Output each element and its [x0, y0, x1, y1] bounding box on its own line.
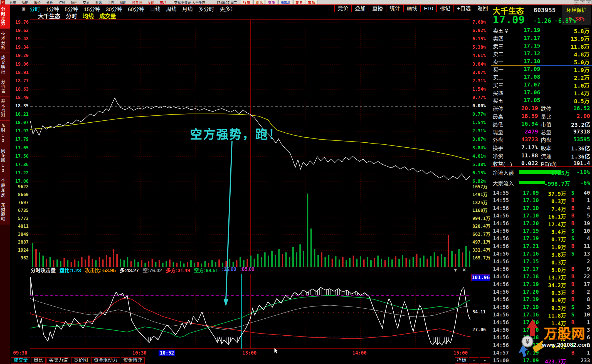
- period-tab[interactable]: 60分钟: [128, 5, 144, 13]
- menu-item[interactable]: 系统: [7, 0, 19, 4]
- menu-item[interactable]: 报价: [31, 0, 43, 4]
- toolbar-button[interactable]: 叠加: [351, 5, 369, 12]
- toolbar-button[interactable]: +自选: [453, 5, 474, 12]
- trade-row[interactable]: 14:5617.175.0万B9: [491, 265, 592, 273]
- price-axis-label: 19.20: [10, 53, 29, 58]
- trade-row[interactable]: 14:5617.1611.8万S10: [491, 311, 592, 318]
- order-book-row[interactable]: 买二17.082.2万: [491, 73, 592, 81]
- period-tab[interactable]: 分时: [29, 5, 40, 13]
- sidebar-tab[interactable]: 技术分析: [0, 29, 10, 53]
- toolbar-button[interactable]: 标记: [436, 5, 453, 12]
- order-book-row[interactable]: 买四17.061.4万: [491, 88, 592, 96]
- menu-item[interactable]: 股票池: [129, 0, 145, 4]
- quick-button[interactable]: 数 据: [266, 0, 277, 4]
- menu-item[interactable]: 功能: [19, 0, 31, 4]
- menu-item[interactable]: 分析: [43, 0, 56, 4]
- maximize-button[interactable]: □: [580, 0, 585, 4]
- menu-item[interactable]: 市场: [157, 0, 169, 4]
- panel-button[interactable]: 指标: [455, 357, 468, 364]
- trade-row[interactable]: 14:5617.163.8万S13: [491, 250, 592, 257]
- period-tab[interactable]: 1分钟: [46, 5, 59, 13]
- close-icon[interactable]: ×: [462, 266, 466, 274]
- quick-button[interactable]: 股票池: [278, 0, 292, 4]
- bottom-tab[interactable]: 成交量: [11, 357, 30, 364]
- panel-button[interactable]: +: [469, 357, 479, 364]
- bottom-tab[interactable]: 资金博弈: [121, 357, 145, 364]
- price-chart-frame[interactable]: [30, 19, 470, 184]
- sidebar-tab[interactable]: 分时走势: [0, 4, 10, 29]
- quick-button[interactable]: 市 场: [306, 0, 317, 4]
- panel-button[interactable]: -: [480, 357, 490, 364]
- sidebar-tab[interactable]: 同花顺10: [0, 146, 10, 176]
- sidebar-tab[interactable]: 东财股吧: [0, 200, 10, 224]
- order-book-row[interactable]: 买五17.058.5万: [491, 96, 592, 104]
- indicator-chart-frame[interactable]: [30, 274, 470, 349]
- trade-row[interactable]: 14:5617.107.4万B4: [491, 204, 592, 212]
- chevron-down-icon[interactable]: ▼: [453, 267, 458, 273]
- bottom-tab[interactable]: 买卖力道: [46, 357, 70, 364]
- order-book-row[interactable]: 卖三17.1511.8万: [491, 42, 592, 49]
- menu-item[interactable]: 特色: [68, 0, 80, 4]
- trade-row[interactable]: 14:5617.190.7万S4: [491, 234, 592, 242]
- toolbar-button[interactable]: 画线: [403, 5, 420, 12]
- bottom-tab[interactable]: 量比: [31, 357, 46, 364]
- toolbar-button[interactable]: F10: [420, 5, 436, 12]
- trade-row[interactable]: 14:5617.198.9万B8: [491, 295, 592, 303]
- trade-row[interactable]: 14:5617.200.3万B2: [491, 288, 592, 295]
- toolbar-button[interactable]: 统计: [386, 5, 403, 12]
- quick-button[interactable]: 资 讯: [253, 0, 265, 4]
- trade-row[interactable]: 14:5617.150.3万2: [491, 257, 592, 265]
- period-tab[interactable]: 30分钟: [106, 5, 122, 13]
- menu-item[interactable]: 交易: [80, 0, 92, 4]
- trade-row[interactable]: 14:5617.193.4万S10: [491, 227, 592, 234]
- volume-chart-frame[interactable]: [30, 184, 470, 266]
- order-book-row[interactable]: 卖一17.105.0万: [491, 57, 592, 65]
- trade-row[interactable]: 14:5617.1016.1万B5: [491, 212, 592, 219]
- menu-item[interactable]: 发现: [145, 0, 157, 4]
- period-tab[interactable]: 月线: [182, 5, 193, 13]
- period-tab[interactable]: 多分时: [198, 5, 214, 13]
- trade-row[interactable]: 14:5617.211.9万B11: [491, 242, 592, 250]
- chart-title-vol[interactable]: 成交量: [99, 12, 116, 20]
- order-book-row[interactable]: 卖四17.1713.9万: [491, 34, 592, 42]
- menu-item[interactable]: 帮助: [117, 0, 129, 4]
- sidebar-tab[interactable]: 基本资料: [0, 96, 10, 121]
- layout-icon[interactable]: ▣: [22, 6, 26, 11]
- trade-volume: 0.3万: [551, 197, 566, 205]
- trade-row[interactable]: 14:5617.1934.2万B17: [491, 280, 592, 288]
- chart-title-ma[interactable]: 均线: [83, 12, 94, 20]
- toolbar-button[interactable]: 重播: [369, 5, 386, 12]
- menu-item[interactable]: 扩展: [56, 0, 68, 4]
- toolbar-button[interactable]: 竞价: [334, 5, 351, 12]
- order-book-row[interactable]: 卖二17.124.8万: [491, 49, 592, 57]
- sidebar-tab[interactable]: 成交明细: [0, 53, 10, 77]
- trade-row[interactable]: 14:5517.0937.9万S40: [491, 189, 592, 196]
- quick-button[interactable]: 交 易: [293, 0, 305, 4]
- menu-item[interactable]: 资讯: [92, 0, 105, 4]
- period-tab[interactable]: 周线: [166, 5, 177, 13]
- period-tab[interactable]: 15分钟: [84, 5, 100, 13]
- trade-volume: 37.9万: [548, 190, 566, 197]
- order-book-row[interactable]: 买三17.071.0万: [491, 81, 592, 88]
- indicator-name[interactable]: 分时攻击量: [31, 266, 56, 274]
- quick-button[interactable]: 行 情: [241, 0, 252, 4]
- order-book-row[interactable]: 卖五 ¥17.195.8万: [491, 26, 592, 34]
- trade-row[interactable]: 14:5617.2012.4万B19: [491, 219, 592, 227]
- trade-row[interactable]: 14:5617.1813.7万B22: [491, 273, 592, 280]
- sidebar-tab[interactable]: 分价表: [0, 77, 10, 96]
- trade-row[interactable]: 14:5517.100.3万B1: [491, 196, 592, 204]
- toolbar-button[interactable]: 返回: [474, 5, 491, 12]
- minimize-button[interactable]: ─: [574, 0, 579, 4]
- bottom-tab[interactable]: 资金驱动力: [91, 357, 120, 364]
- period-tab[interactable]: 日线: [150, 5, 161, 13]
- close-button[interactable]: ✕: [586, 0, 591, 4]
- period-tab[interactable]: 更多〉: [220, 5, 236, 13]
- bottom-tab[interactable]: 竞价图: [71, 357, 90, 364]
- indicator-axis-label: 54.11: [471, 309, 491, 315]
- order-book-row[interactable]: 买一17.091.9万: [491, 65, 592, 73]
- trade-row[interactable]: 14:5617.199.3万S3: [491, 303, 592, 311]
- period-tab[interactable]: 5分钟: [65, 5, 78, 13]
- sidebar-tab[interactable]: 个股龙虎: [0, 176, 10, 200]
- sidebar-tab[interactable]: 东财10: [0, 121, 10, 146]
- menu-item[interactable]: 工具: [105, 0, 117, 4]
